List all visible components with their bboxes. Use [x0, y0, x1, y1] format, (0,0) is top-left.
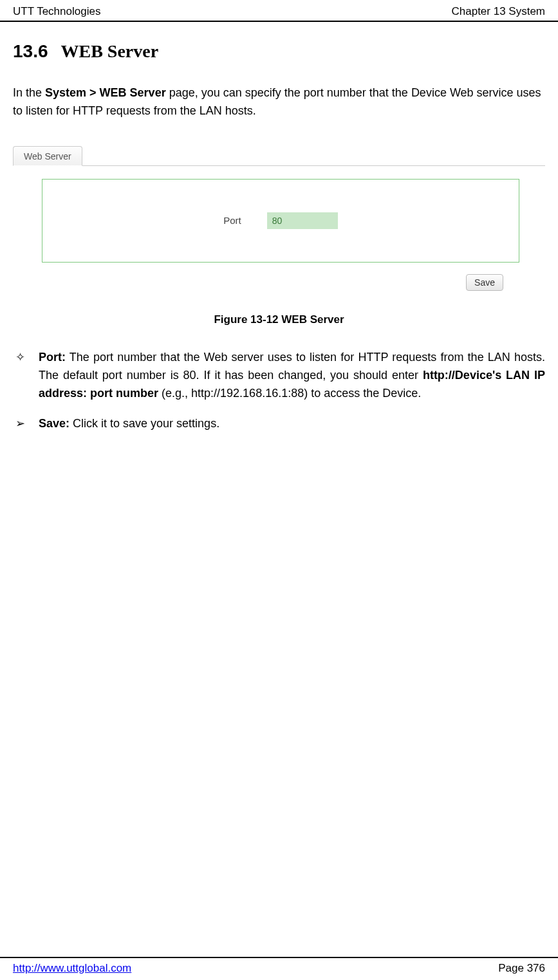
port-input[interactable]	[267, 212, 338, 229]
page-content: 13.6WEB Server In the System > WEB Serve…	[0, 22, 558, 433]
bullet-port-body: Port: The port number that the Web serve…	[39, 349, 545, 403]
intro-prefix: In the	[13, 86, 45, 99]
bullet-port: ✧ Port: The port number that the Web ser…	[13, 349, 545, 403]
web-server-screenshot: Web Server Port Save	[13, 143, 545, 291]
diamond-bullet-icon: ✧	[13, 349, 39, 403]
tab-web-server[interactable]: Web Server	[13, 146, 82, 166]
bullet-save-body: Save: Click it to save your settings.	[39, 415, 545, 433]
intro-bold: System > WEB Server	[45, 86, 166, 99]
footer-url-link[interactable]: http://www.uttglobal.com	[13, 962, 131, 975]
page-footer: http://www.uttglobal.com Page 376	[0, 957, 558, 975]
footer-page-number: Page 376	[498, 962, 545, 975]
intro-paragraph: In the System > WEB Server page, you can…	[13, 84, 545, 120]
save-term: Save:	[39, 417, 70, 430]
port-label: Port	[223, 215, 241, 226]
port-config-row: Port	[223, 212, 338, 229]
section-title: WEB Server	[61, 41, 159, 61]
save-button[interactable]: Save	[466, 274, 503, 291]
section-number: 13.6	[13, 41, 48, 61]
page-header: UTT Technologies Chapter 13 System	[0, 0, 558, 22]
port-desc-2: (e.g., http://192.168.16.1:88) to access…	[158, 387, 421, 400]
save-desc: Click it to save your settings.	[70, 417, 219, 430]
header-chapter: Chapter 13 System	[451, 5, 545, 18]
figure-caption: Figure 13-12 WEB Server	[13, 313, 545, 326]
config-panel: Port	[42, 179, 519, 263]
port-term: Port:	[39, 351, 66, 364]
arrow-bullet-icon: ➢	[13, 415, 39, 433]
bullet-save: ➢ Save: Click it to save your settings.	[13, 415, 545, 433]
section-heading: 13.6WEB Server	[13, 41, 545, 62]
tab-row: Web Server	[13, 143, 545, 166]
save-row: Save	[13, 269, 545, 291]
header-company: UTT Technologies	[13, 5, 100, 18]
